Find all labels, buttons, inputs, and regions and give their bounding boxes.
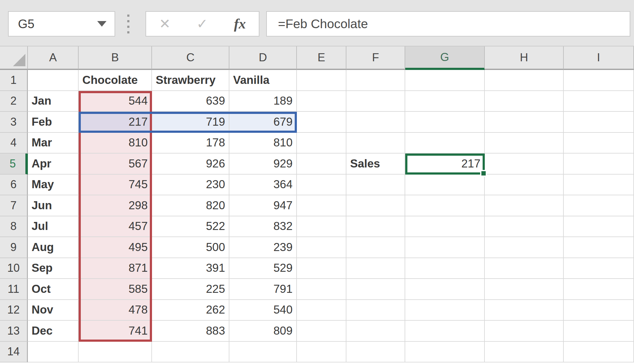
cell-H10[interactable] (485, 258, 564, 279)
row-header-5[interactable]: 5 (0, 154, 28, 175)
cell-B14[interactable] (79, 342, 152, 363)
cell-E11[interactable] (297, 279, 346, 300)
cell-G11[interactable] (405, 279, 485, 300)
fill-handle[interactable] (480, 170, 487, 177)
cell-A11[interactable]: Oct (28, 279, 79, 300)
cell-H4[interactable] (485, 133, 564, 154)
cell-A13[interactable]: Dec (28, 321, 79, 342)
cell-I1[interactable] (564, 70, 634, 91)
cell-G14[interactable] (405, 342, 485, 363)
row-header-2[interactable]: 2 (0, 91, 28, 112)
cell-F7[interactable] (346, 195, 405, 216)
row-header-13[interactable]: 13 (0, 321, 28, 342)
column-header-G[interactable]: G (405, 46, 485, 70)
cell-D8[interactable]: 832 (229, 216, 297, 237)
cell-D4[interactable]: 810 (229, 133, 297, 154)
cell-E10[interactable] (297, 258, 346, 279)
row-header-14[interactable]: 14 (0, 342, 28, 363)
cell-G1[interactable] (405, 70, 485, 91)
cell-G2[interactable] (405, 91, 485, 112)
cell-A3[interactable]: Feb (28, 112, 79, 133)
cell-B5[interactable]: 567 (79, 154, 152, 175)
cell-C12[interactable]: 262 (152, 300, 229, 321)
row-header-11[interactable]: 11 (0, 279, 28, 300)
cell-A4[interactable]: Mar (28, 133, 79, 154)
cell-E6[interactable] (297, 175, 346, 196)
cell-G5[interactable]: 217 (405, 154, 485, 175)
cell-F2[interactable] (346, 91, 405, 112)
cell-G3[interactable] (405, 112, 485, 133)
row-header-4[interactable]: 4 (0, 133, 28, 154)
cell-F12[interactable] (346, 300, 405, 321)
cell-C7[interactable]: 820 (152, 195, 229, 216)
cell-I10[interactable] (564, 258, 634, 279)
cell-D13[interactable]: 809 (229, 321, 297, 342)
cell-E1[interactable] (297, 70, 346, 91)
cell-B2[interactable]: 544 (79, 91, 152, 112)
cell-F8[interactable] (346, 216, 405, 237)
column-header-C[interactable]: C (152, 46, 229, 70)
cell-E9[interactable] (297, 237, 346, 258)
cell-D6[interactable]: 364 (229, 175, 297, 196)
column-header-E[interactable]: E (297, 46, 346, 70)
cell-E14[interactable] (297, 342, 346, 363)
column-header-A[interactable]: A (28, 46, 79, 70)
cell-E5[interactable] (297, 154, 346, 175)
cell-D12[interactable]: 540 (229, 300, 297, 321)
cell-C4[interactable]: 178 (152, 133, 229, 154)
cell-B13[interactable]: 741 (79, 321, 152, 342)
cell-A10[interactable]: Sep (28, 258, 79, 279)
cell-D7[interactable]: 947 (229, 195, 297, 216)
cell-B6[interactable]: 745 (79, 175, 152, 196)
cell-I9[interactable] (564, 237, 634, 258)
column-header-H[interactable]: H (485, 46, 564, 70)
cell-B7[interactable]: 298 (79, 195, 152, 216)
cell-C1[interactable]: Strawberry (152, 70, 229, 91)
cell-D1[interactable]: Vanilla (229, 70, 297, 91)
cell-H9[interactable] (485, 237, 564, 258)
cell-G13[interactable] (405, 321, 485, 342)
cell-H3[interactable] (485, 112, 564, 133)
cell-E3[interactable] (297, 112, 346, 133)
cell-A9[interactable]: Aug (28, 237, 79, 258)
cell-C8[interactable]: 522 (152, 216, 229, 237)
select-all-corner[interactable] (0, 46, 28, 70)
enter-check-icon[interactable]: ✓ (197, 17, 208, 31)
name-box[interactable]: G5 (8, 11, 115, 37)
cell-E7[interactable] (297, 195, 346, 216)
cell-B3[interactable]: 217 (79, 112, 152, 133)
cell-E4[interactable] (297, 133, 346, 154)
cell-F11[interactable] (346, 279, 405, 300)
cell-G10[interactable] (405, 258, 485, 279)
cell-H13[interactable] (485, 321, 564, 342)
row-header-7[interactable]: 7 (0, 195, 28, 216)
cancel-icon[interactable]: ✕ (159, 17, 171, 31)
cell-E8[interactable] (297, 216, 346, 237)
cell-I8[interactable] (564, 216, 634, 237)
cell-F14[interactable] (346, 342, 405, 363)
cell-C5[interactable]: 926 (152, 154, 229, 175)
cell-F13[interactable] (346, 321, 405, 342)
cell-G7[interactable] (405, 195, 485, 216)
cell-G12[interactable] (405, 300, 485, 321)
cell-H6[interactable] (485, 175, 564, 196)
cell-G9[interactable] (405, 237, 485, 258)
cell-A5[interactable]: Apr (28, 154, 79, 175)
row-header-8[interactable]: 8 (0, 216, 28, 237)
cell-D3[interactable]: 679 (229, 112, 297, 133)
cell-H7[interactable] (485, 195, 564, 216)
cell-D10[interactable]: 529 (229, 258, 297, 279)
cell-D2[interactable]: 189 (229, 91, 297, 112)
row-header-10[interactable]: 10 (0, 258, 28, 279)
name-box-dropdown-icon[interactable] (97, 21, 106, 27)
cell-I11[interactable] (564, 279, 634, 300)
name-box-value[interactable]: G5 (9, 17, 97, 31)
cell-B9[interactable]: 495 (79, 237, 152, 258)
cell-A2[interactable]: Jan (28, 91, 79, 112)
cell-B1[interactable]: Chocolate (79, 70, 152, 91)
cell-H8[interactable] (485, 216, 564, 237)
cell-A14[interactable] (28, 342, 79, 363)
cell-H1[interactable] (485, 70, 564, 91)
cell-B4[interactable]: 810 (79, 133, 152, 154)
column-header-D[interactable]: D (229, 46, 297, 70)
